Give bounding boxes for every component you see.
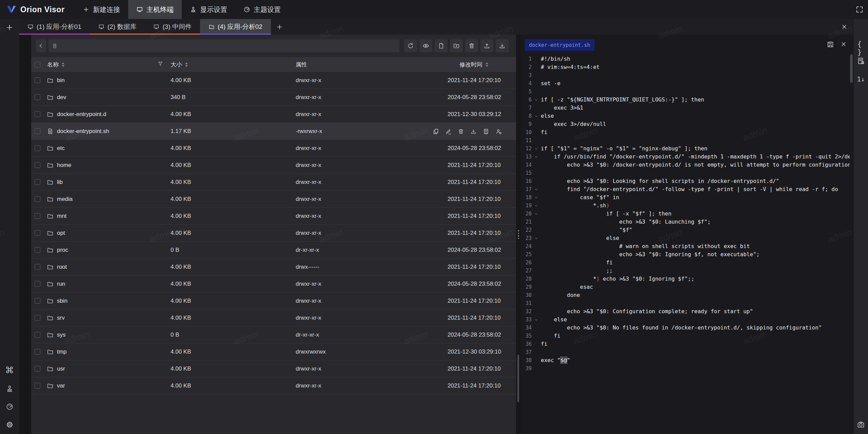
sort-size[interactable] [185,62,188,67]
file-row-proc[interactable]: proc0 Bdr-xr-xr-x2024-05-28 23:58:02 [31,242,516,259]
new-file-button[interactable] [435,39,448,52]
file-row-media[interactable]: media4.00 KBdrwxr-xr-x2021-11-24 17:20:1… [31,191,516,208]
permission-button[interactable] [495,128,502,135]
terminal-tab-3[interactable]: (3) 中间件 [145,19,200,35]
sort-name[interactable] [62,62,64,67]
preview-button[interactable] [419,39,432,52]
row-checkbox[interactable] [35,366,40,372]
file-row-root[interactable]: root4.00 KBdrwx------2021-11-24 17:20:10 [31,259,516,276]
menu-host-terminal[interactable]: 主机终端 [128,0,182,19]
settings-gear-button[interactable] [6,421,14,429]
copy-button[interactable] [433,128,439,135]
screenshot-button[interactable] [857,420,865,429]
fold-toggle-icon[interactable] [532,187,541,192]
row-checkbox[interactable] [35,77,40,83]
row-checkbox[interactable] [35,196,40,202]
edit-button[interactable] [445,128,452,135]
row-checkbox[interactable] [35,179,40,185]
delete-button[interactable] [465,39,478,52]
fold-toggle-icon[interactable] [532,318,541,322]
checksum-button[interactable] [483,128,489,135]
file-name[interactable]: docker-entrypoint.d [57,106,106,123]
file-row-etc[interactable]: etc4.00 KBdrwxr-xr-x2024-05-28 23:58:02 [31,140,516,157]
file-name[interactable]: mnt [57,208,66,225]
file-info-button[interactable] [857,57,865,65]
menu-display-settings[interactable]: 显示设置 [182,0,235,19]
terminal-tab-2[interactable]: (2) 数据库 [90,19,145,35]
rail-new-button[interactable] [5,23,14,32]
download-button[interactable] [470,128,477,135]
fold-toggle-icon[interactable] [532,195,541,200]
row-checkbox[interactable] [35,281,40,287]
file-name[interactable]: proc [57,242,68,259]
fullscreen-button[interactable] [855,5,864,14]
header-checkbox[interactable] [35,62,40,68]
row-checkbox[interactable] [35,332,40,338]
new-folder-button[interactable] [450,39,463,52]
shortcut-keys-button[interactable]: ⌘ [5,366,14,375]
fold-toggle-icon[interactable] [532,236,541,241]
fold-toggle-icon[interactable] [532,212,541,216]
file-row-home[interactable]: home4.00 KBdrwxr-xr-x2021-11-24 17:20:10 [31,157,516,174]
fold-toggle-icon[interactable] [532,204,541,208]
file-row-run[interactable]: run4.00 KBdrwxr-xr-x2024-05-28 23:58:02 [31,276,516,293]
row-checkbox[interactable] [35,298,40,304]
row-checkbox[interactable] [35,128,40,134]
sort-mtime[interactable] [486,62,488,67]
terminal-tab-1[interactable]: (1) 应用-分析01 [19,19,90,35]
file-name[interactable]: etc [57,140,65,157]
file-row-srv[interactable]: srv4.00 KBdrwxr-xr-x2021-11-24 17:20:10 [31,309,516,326]
terminal-tab-4[interactable]: (4) 应用-分析02 [200,19,271,35]
file-name[interactable]: tmp [57,343,66,360]
code-area[interactable]: 1#!/bin/sh2# vim:sw=4:ts=4:et34set -e56i… [521,55,850,434]
row-checkbox[interactable] [35,94,40,100]
theme-settings-button[interactable] [6,403,14,411]
file-row-tmp[interactable]: tmp4.00 KBdrwxrwxrwx2021-12-30 03:29:10 [31,343,516,360]
close-terminal-button[interactable] [841,23,848,30]
file-name[interactable]: opt [57,225,65,242]
editor-file-tab[interactable]: docker-entrypoint.sh [525,39,594,51]
fold-toggle-icon[interactable] [532,155,541,159]
file-name[interactable]: dev [57,89,66,106]
fold-toggle-icon[interactable] [532,98,541,102]
row-checkbox[interactable] [35,162,40,168]
menu-theme-settings[interactable]: 主题设置 [235,0,289,19]
file-row-docker-entrypoint.sh[interactable]: docker-entrypoint.sh1.17 KB-rwxrwxr-x [31,123,516,140]
delete-button[interactable] [458,128,464,135]
file-name[interactable]: lib [57,174,63,191]
save-button[interactable] [827,41,834,48]
menu-new-connection[interactable]: 新建连接 [75,0,128,19]
column-name[interactable]: 名称 [47,61,64,69]
file-name[interactable]: srv [57,309,65,326]
filter-button[interactable] [157,61,163,67]
file-name[interactable]: home [57,157,72,174]
braces-button[interactable]: { } [857,40,865,56]
sftp-scrollbar-thumb[interactable] [517,355,519,402]
file-row-sys[interactable]: sys0 Bdr-xr-xr-x2024-05-28 23:58:02 [31,326,516,343]
row-checkbox[interactable] [35,315,40,321]
fold-toggle-icon[interactable] [532,114,541,118]
back-button[interactable] [36,39,46,52]
file-name[interactable]: usr [57,360,65,377]
row-checkbox[interactable] [35,383,40,389]
resize-handle[interactable] [518,230,519,239]
row-checkbox[interactable] [35,264,40,270]
download-button[interactable] [496,39,509,52]
file-row-dev[interactable]: dev340 Bdrwxr-xr-x2024-05-28 23:58:02 [31,89,516,106]
upload-button[interactable] [480,39,493,52]
file-name[interactable]: run [57,276,65,293]
sort-lines-button[interactable]: 1↓ [857,75,865,83]
row-checkbox[interactable] [35,349,40,355]
file-row-bin[interactable]: bin4.00 KBdrwxr-xr-x2021-11-24 17:20:10 [31,72,516,89]
editor-scrollbar-thumb[interactable] [850,54,853,83]
row-checkbox[interactable] [35,213,40,219]
file-row-lib[interactable]: lib4.00 KBdrwxr-xr-x2021-11-24 17:20:10 [31,174,516,191]
file-name[interactable]: sbin [57,293,67,309]
add-tab-button[interactable] [271,19,289,35]
path-input[interactable] [48,39,399,52]
file-name[interactable]: sys [57,326,66,343]
row-checkbox[interactable] [35,145,40,151]
file-row-sbin[interactable]: sbin4.00 KBdrwxr-xr-x2021-11-24 17:20:10 [31,293,516,309]
row-checkbox[interactable] [35,111,40,117]
row-checkbox[interactable] [35,247,40,253]
